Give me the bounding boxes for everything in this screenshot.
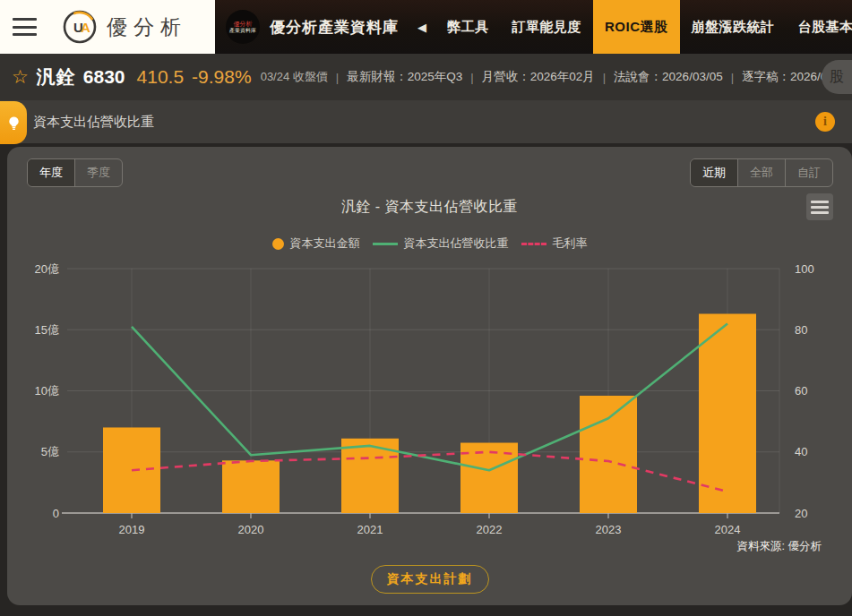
legend-item-gross-margin[interactable]: 毛利率 — [521, 235, 588, 252]
nav-item-order-visibility[interactable]: 訂單能見度 — [501, 0, 594, 54]
separator: | — [731, 71, 734, 84]
legend-item-capex-ratio[interactable]: 資本支出佔營收比重 — [373, 235, 509, 252]
partial-pill-button[interactable]: 股 — [822, 60, 852, 94]
nav-item-tools[interactable]: 弊工具 — [435, 0, 501, 54]
meta-monthly-revenue: 月營收：2026年02月 — [482, 69, 595, 85]
svg-text:20億: 20億 — [35, 262, 59, 276]
legend-line-icon — [373, 243, 398, 245]
favorite-star-icon[interactable]: ☆ — [12, 66, 29, 88]
legend-dot-icon — [272, 238, 284, 250]
nav-item-crash-stats[interactable]: 崩盤漲跌統計 — [680, 0, 787, 54]
stock-name: 汎銓 — [37, 64, 76, 90]
info-icon[interactable]: i — [815, 112, 835, 132]
separator: | — [336, 71, 339, 84]
svg-text:60: 60 — [795, 384, 807, 398]
industry-db-title: 優分析產業資料庫 — [270, 17, 399, 38]
svg-text:15億: 15億 — [35, 323, 59, 337]
legend-item-capex[interactable]: 資本支出金額 — [272, 235, 360, 252]
legend-label: 資本支出佔營收比重 — [404, 235, 509, 252]
stock-price: 410.5 — [137, 66, 185, 88]
lightbulb-icon[interactable] — [0, 101, 27, 144]
separator: | — [470, 71, 473, 84]
scroll-left-icon[interactable]: ◀ — [412, 21, 435, 34]
stock-code: 6830 — [83, 66, 125, 88]
svg-text:2024: 2024 — [715, 523, 741, 536]
top-nav: U A 優分析 優分析 產業資料庫 優分析產業資料庫 ◀ 弊工具 訂單能見度 R… — [0, 0, 852, 54]
price-date-label: 03/24 收盤價 — [261, 69, 328, 85]
brand-area: U A 優分析 — [0, 0, 215, 54]
legend-label: 毛利率 — [553, 235, 588, 252]
legend-dash-icon — [521, 243, 546, 245]
ua-logo-icon[interactable]: U A — [62, 9, 98, 45]
stock-change: -9.98% — [192, 66, 252, 88]
chart-plot-area[interactable]: 20億10015億8010億605億4002020192020202120222… — [7, 258, 845, 557]
industry-db-badge-icon: 優分析 產業資料庫 — [226, 10, 260, 44]
toggle-all[interactable]: 全部 — [738, 159, 786, 186]
svg-text:20: 20 — [795, 507, 807, 520]
stock-info-bar: ☆ 汎銓 6830 410.5 -9.98% 03/24 收盤價 | 最新財報：… — [0, 54, 852, 100]
toggle-yearly[interactable]: 年度 — [28, 159, 75, 186]
industry-db-banner[interactable]: 優分析 產業資料庫 優分析產業資料庫 — [226, 0, 399, 54]
svg-text:5億: 5億 — [41, 445, 59, 458]
chart-legend: 資本支出金額 資本支出佔營收比重 毛利率 — [7, 235, 852, 252]
svg-text:2023: 2023 — [596, 523, 622, 536]
capex-plan-button[interactable]: 資本支出計劃 — [371, 565, 489, 594]
legend-label: 資本支出金額 — [290, 235, 360, 252]
svg-text:2020: 2020 — [238, 523, 264, 536]
svg-text:0: 0 — [53, 507, 59, 520]
svg-text:2019: 2019 — [119, 523, 145, 536]
svg-text:10億: 10億 — [35, 384, 59, 398]
section-header: 資本支出佔營收比重 i — [0, 100, 852, 143]
toggle-quarterly[interactable]: 季度 — [75, 159, 122, 186]
svg-text:A: A — [81, 20, 90, 35]
toggle-custom[interactable]: 自訂 — [786, 159, 832, 186]
range-toggle: 近期 全部 自訂 — [690, 158, 833, 187]
period-toggle: 年度 季度 — [27, 158, 123, 187]
context-menu-icon[interactable] — [806, 193, 833, 220]
hamburger-menu-icon[interactable] — [13, 18, 37, 36]
svg-text:2021: 2021 — [357, 523, 383, 536]
toggle-recent[interactable]: 近期 — [691, 159, 738, 186]
section-title: 資本支出佔營收比重 — [33, 100, 154, 143]
nav-items: ◀ 弊工具 訂單能見度 ROIC選股 崩盤漲跌統計 台股基本面 — [412, 0, 852, 54]
meta-investor-conference: 法說會：2026/03/05 — [614, 69, 723, 85]
svg-text:2022: 2022 — [477, 523, 503, 536]
chart-title: 汎銓 - 資本支出佔營收比重 — [7, 198, 852, 217]
brand-name[interactable]: 優分析 — [107, 13, 187, 41]
svg-text:80: 80 — [795, 323, 807, 337]
data-source-label: 資料來源: 優分析 — [737, 539, 822, 554]
separator: | — [603, 71, 606, 84]
nav-item-tw-fundamentals[interactable]: 台股基本面 — [787, 0, 852, 54]
meta-latest-report: 最新財報：2025年Q3 — [347, 69, 462, 85]
svg-text:40: 40 — [795, 445, 807, 458]
nav-item-roic[interactable]: ROIC選股 — [593, 0, 680, 54]
chart-panel: 年度 季度 近期 全部 自訂 汎銓 - 資本支出佔營收比重 資本支出金額 資本支… — [7, 147, 852, 605]
svg-text:100: 100 — [795, 262, 814, 276]
